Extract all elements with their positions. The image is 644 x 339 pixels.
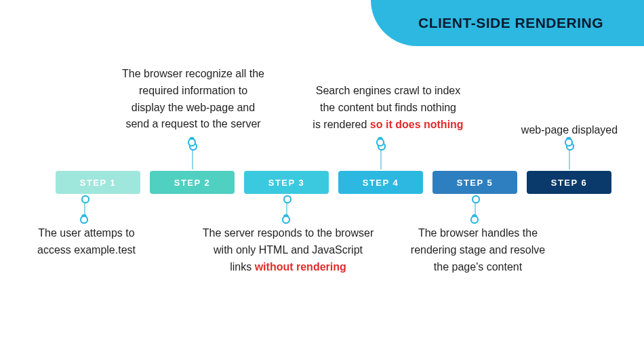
step-5-label: STEP 5 — [457, 178, 494, 188]
step-2-label: STEP 2 — [174, 178, 211, 188]
connector-4-up — [380, 142, 382, 170]
desc-2a: The browser recognize all the — [122, 68, 264, 79]
connector-3-down — [286, 195, 287, 216]
connector-1-down — [84, 195, 85, 216]
desc-step-3: The server responds to the browser with … — [176, 225, 400, 275]
desc-2c: display the web-page and — [132, 102, 255, 113]
title-banner: CLIENT-SIDE RENDERING — [371, 0, 644, 46]
desc-step-6: web-page displayed — [502, 122, 637, 139]
desc-6a: web-page displayed — [521, 124, 618, 136]
connector-4-up-dot — [378, 137, 383, 142]
desc-step-5: The browser handles the rendering stage … — [390, 225, 566, 275]
connector-1-down-dot — [81, 214, 87, 220]
step-4: STEP 4 — [338, 171, 423, 194]
diagram-canvas: CLIENT-SIDE RENDERING STEP 1 STEP 2 STEP… — [0, 0, 644, 339]
desc-1b: access example.test — [37, 244, 136, 256]
desc-step-1: The user attemps to access example.test — [20, 225, 153, 259]
desc-1a: The user attemps to — [38, 227, 134, 239]
connector-3-down-dot — [283, 214, 289, 220]
step-6: STEP 6 — [527, 171, 611, 194]
step-3-label: STEP 3 — [268, 178, 305, 188]
desc-3-red: without rendering — [255, 261, 346, 273]
connector-2-up-dot — [189, 137, 195, 142]
desc-3a: The server responds to the browser — [203, 227, 374, 239]
step-1: STEP 1 — [56, 171, 140, 194]
step-4-label: STEP 4 — [363, 178, 399, 188]
desc-5c: the page's content — [434, 261, 522, 273]
desc-3c: links — [230, 261, 254, 273]
desc-2b: required information to — [139, 85, 247, 96]
desc-4b: the content but finds nothing — [320, 102, 456, 113]
connector-6-up — [569, 142, 570, 170]
step-2: STEP 2 — [150, 171, 235, 194]
desc-5b: rendering stage and resolve — [411, 244, 545, 256]
desc-3b: with only HTML and JavaScript — [214, 244, 363, 256]
step-6-label: STEP 6 — [551, 178, 588, 188]
desc-step-2: The browser recognize all the required i… — [88, 66, 298, 133]
desc-5a: The browser handles the — [418, 227, 538, 239]
desc-step-4: Search engines crawl to index the conten… — [291, 83, 485, 133]
desc-4c: is rendered — [313, 119, 370, 130]
desc-2d: send a request to the server — [125, 118, 260, 129]
title-text: CLIENT-SIDE RENDERING — [418, 15, 603, 31]
step-1-label: STEP 1 — [80, 178, 117, 188]
step-5: STEP 5 — [432, 171, 517, 194]
desc-4a: Search engines crawl to index — [316, 85, 460, 96]
connector-5-down-dot — [472, 214, 477, 220]
desc-4-red: so it does nothing — [370, 119, 464, 130]
connector-2-up — [192, 142, 193, 170]
connector-5-down — [475, 195, 476, 216]
step-3: STEP 3 — [244, 171, 329, 194]
